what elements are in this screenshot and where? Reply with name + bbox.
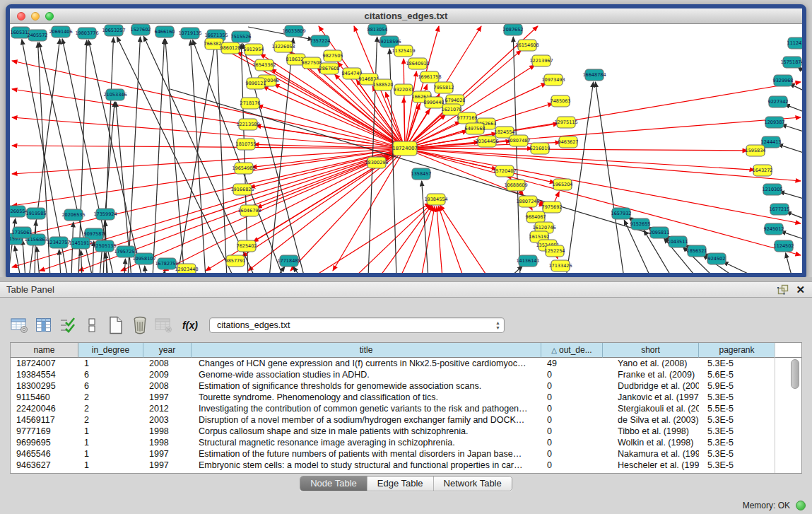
table-scrollbar[interactable] bbox=[790, 358, 801, 472]
network-canvas[interactable]: 1605312240557220691406198037761065325715… bbox=[10, 24, 802, 273]
network-node[interactable]: 16154608 bbox=[515, 40, 539, 51]
network-node[interactable]: 1588520 bbox=[373, 79, 394, 90]
network-node[interactable]: 16648784 bbox=[582, 69, 606, 81]
table-row[interactable]: 946362711997Embryonic stem cells: a mode… bbox=[11, 460, 801, 471]
network-node[interactable]: 10719135 bbox=[178, 28, 201, 39]
network-node[interactable]: 1677215 bbox=[770, 204, 790, 215]
delete-column-icon[interactable] bbox=[130, 315, 150, 335]
row-height-icon[interactable] bbox=[82, 315, 102, 335]
network-node[interactable]: 6497568 bbox=[465, 123, 486, 134]
network-node[interactable]: 1112421 bbox=[787, 37, 802, 49]
network-node[interactable]: 924502 bbox=[707, 253, 726, 264]
network-node[interactable]: 13226058 bbox=[271, 41, 295, 52]
network-node[interactable]: 8813054 bbox=[367, 24, 388, 35]
network-node[interactable]: 1856321 bbox=[687, 245, 707, 257]
network-node[interactable]: 16033809 bbox=[282, 25, 305, 37]
table-row[interactable]: 1456911722003Disruption of a novel membe… bbox=[11, 414, 801, 426]
network-node[interactable]: 7975692 bbox=[542, 201, 563, 213]
network-node[interactable]: 9463627 bbox=[558, 136, 579, 148]
network-node[interactable]: 12213967 bbox=[529, 55, 553, 66]
network-node[interactable]: 9860128 bbox=[220, 42, 241, 54]
scrollbar-thumb[interactable] bbox=[791, 359, 799, 389]
show-columns-icon[interactable] bbox=[34, 315, 54, 335]
network-node[interactable]: 16543362 bbox=[252, 59, 276, 71]
network-node[interactable]: 1735061 bbox=[12, 227, 33, 238]
delete-table-icon[interactable] bbox=[154, 315, 174, 335]
table-row[interactable]: 2242004622012Investigating the contribut… bbox=[11, 403, 801, 414]
network-node[interactable]: 1124502 bbox=[774, 240, 794, 252]
zoom-window-icon[interactable] bbox=[45, 12, 54, 21]
column-header-out_degree[interactable]: △out_de... bbox=[541, 343, 603, 358]
network-node[interactable]: 9684067 bbox=[526, 211, 546, 223]
table-settings-icon[interactable] bbox=[10, 315, 30, 335]
network-node[interactable]: 17718485 bbox=[277, 255, 300, 267]
tab-edge-table[interactable]: Edge Table bbox=[367, 477, 434, 491]
network-node[interactable]: 18300295 bbox=[365, 157, 388, 168]
network-node[interactable]: 7357224 bbox=[310, 35, 331, 47]
network-node[interactable]: 9827505 bbox=[323, 50, 343, 62]
network-node[interactable]: 7485063 bbox=[551, 95, 571, 107]
table-row[interactable]: 977716911998Corpus callosum shape and si… bbox=[11, 426, 801, 437]
table-row[interactable]: 1938455462009Genome-wide association stu… bbox=[11, 369, 801, 380]
network-graph[interactable]: 1605312240557220691406198037761065325715… bbox=[10, 24, 802, 273]
network-node[interactable]: 9777169 bbox=[457, 112, 478, 124]
network-node[interactable]: 20691406 bbox=[49, 26, 72, 37]
network-node[interactable]: 1252254 bbox=[545, 245, 565, 257]
table-selector-dropdown[interactable]: citations_edges.txt ▲▼ bbox=[209, 317, 505, 333]
network-node[interactable]: 12923448 bbox=[175, 264, 198, 273]
network-node[interactable]: 14136141 bbox=[516, 255, 539, 267]
network-node[interactable]: 1527602 bbox=[131, 24, 151, 35]
function-builder-button[interactable]: f(x) bbox=[178, 315, 202, 335]
tab-node-table[interactable]: Node Table bbox=[300, 477, 367, 491]
network-node[interactable]: 1210305 bbox=[763, 184, 783, 195]
column-header-pagerank[interactable]: pagerank bbox=[699, 343, 775, 358]
column-header-short[interactable]: short bbox=[603, 343, 699, 358]
float-panel-icon[interactable] bbox=[777, 284, 789, 295]
network-node[interactable]: 19384554 bbox=[424, 194, 447, 205]
network-node[interactable]: 12342757 bbox=[47, 237, 70, 248]
network-node[interactable]: 2095811 bbox=[649, 227, 670, 238]
create-column-icon[interactable] bbox=[106, 315, 126, 335]
table-row[interactable]: 911546021997Tourette syndrome. Phenomeno… bbox=[11, 392, 801, 403]
network-node[interactable]: 1657932 bbox=[611, 208, 632, 219]
network-node[interactable]: 2087652 bbox=[503, 24, 524, 35]
network-node[interactable]: 6216019 bbox=[530, 143, 551, 154]
network-node[interactable]: 19803776 bbox=[75, 28, 98, 39]
network-node[interactable]: 17359924 bbox=[93, 209, 117, 220]
column-header-title[interactable]: title bbox=[192, 343, 541, 358]
table-row[interactable]: 1872400712008Changes of HCN gene express… bbox=[11, 358, 801, 369]
network-node[interactable]: 7625402 bbox=[237, 240, 257, 252]
table-row[interactable]: 946554611997Estimation of the future num… bbox=[11, 448, 801, 460]
network-node[interactable]: 19654985 bbox=[232, 163, 255, 174]
network-node[interactable]: 18724007 bbox=[392, 141, 418, 156]
network-node[interactable]: 2718176 bbox=[240, 98, 261, 109]
network-node[interactable]: 1043511 bbox=[668, 236, 688, 247]
tab-network-table[interactable]: Network Table bbox=[434, 477, 512, 491]
column-header-in_degree[interactable]: in_degree bbox=[78, 343, 143, 358]
network-node[interactable]: 1209387 bbox=[765, 117, 785, 128]
network-node[interactable]: 9890121 bbox=[246, 78, 266, 89]
network-node[interactable]: 9322037 bbox=[394, 84, 414, 95]
network-node[interactable]: 16046798 bbox=[237, 205, 261, 216]
network-node[interactable]: 12213589 bbox=[236, 119, 259, 130]
network-node[interactable]: 20206535 bbox=[61, 209, 85, 221]
close-window-icon[interactable] bbox=[17, 12, 25, 21]
network-node[interactable]: 16961758 bbox=[418, 71, 441, 83]
network-node[interactable]: 1919585 bbox=[26, 208, 47, 219]
network-node[interactable]: 18640910 bbox=[406, 58, 429, 69]
network-node[interactable]: 15751874 bbox=[780, 57, 802, 68]
network-node[interactable]: 9329968 bbox=[773, 75, 794, 86]
network-node[interactable]: 10653257 bbox=[102, 25, 125, 36]
network-node[interactable]: 12975115 bbox=[554, 117, 577, 128]
network-node[interactable]: 19166825 bbox=[230, 184, 254, 195]
network-node[interactable]: 9152655 bbox=[630, 218, 651, 230]
column-header-year[interactable]: year bbox=[143, 343, 192, 358]
network-node[interactable]: 1595834 bbox=[746, 145, 766, 156]
column-header-name[interactable]: name bbox=[11, 343, 78, 358]
network-node[interactable]: 9245012 bbox=[764, 223, 784, 235]
table-row[interactable]: 969969511998Structural magnetic resonanc… bbox=[11, 437, 801, 448]
network-node[interactable]: 10807487 bbox=[507, 135, 530, 146]
minimize-window-icon[interactable] bbox=[31, 12, 40, 21]
network-window-titlebar[interactable]: citations_edges.txt bbox=[10, 8, 802, 24]
table-row[interactable]: 1830029562008Estimation of significance … bbox=[11, 380, 801, 392]
